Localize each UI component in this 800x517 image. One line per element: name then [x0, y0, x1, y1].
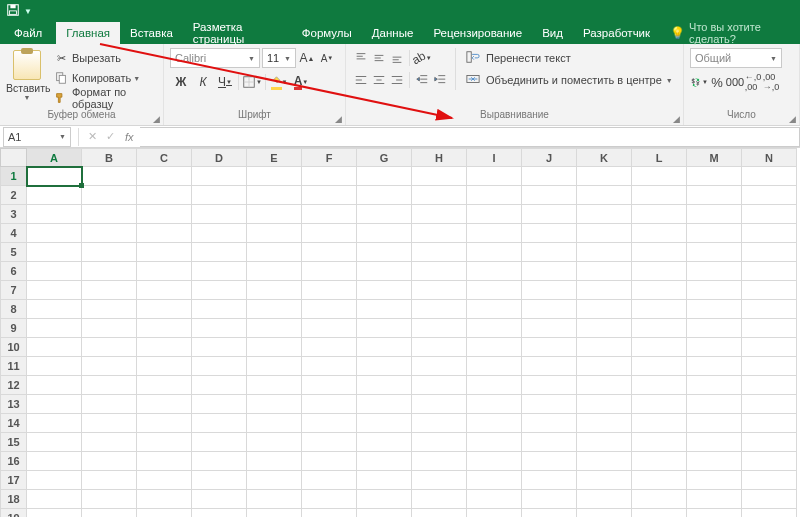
cell[interactable]	[412, 471, 467, 490]
row-header[interactable]: 1	[1, 167, 27, 186]
decrease-decimal-button[interactable]: ,00→,0	[762, 72, 780, 92]
cell[interactable]	[357, 414, 412, 433]
cell[interactable]	[137, 357, 192, 376]
cell[interactable]	[742, 224, 797, 243]
column-header[interactable]: M	[687, 149, 742, 167]
cell[interactable]	[27, 471, 82, 490]
row-header[interactable]: 13	[1, 395, 27, 414]
increase-decimal-button[interactable]: ←,0,00	[744, 72, 762, 92]
cell[interactable]	[412, 509, 467, 518]
cell[interactable]	[577, 167, 632, 186]
cell[interactable]	[522, 376, 577, 395]
cell[interactable]	[687, 509, 742, 518]
cell[interactable]	[302, 395, 357, 414]
align-center-button[interactable]	[370, 70, 388, 90]
cell[interactable]	[357, 395, 412, 414]
cell[interactable]	[522, 452, 577, 471]
cell[interactable]	[27, 509, 82, 518]
cell[interactable]	[302, 243, 357, 262]
cell[interactable]	[632, 243, 687, 262]
cell[interactable]	[687, 338, 742, 357]
cell[interactable]	[687, 243, 742, 262]
cell[interactable]	[137, 300, 192, 319]
column-header[interactable]: J	[522, 149, 577, 167]
cell[interactable]	[522, 509, 577, 518]
cell[interactable]	[192, 319, 247, 338]
cell[interactable]	[522, 338, 577, 357]
cell[interactable]	[247, 490, 302, 509]
percent-button[interactable]: %	[708, 72, 726, 92]
cell[interactable]	[302, 509, 357, 518]
cell[interactable]	[577, 471, 632, 490]
cell[interactable]	[137, 471, 192, 490]
cell[interactable]	[82, 509, 137, 518]
cell[interactable]	[742, 452, 797, 471]
cell[interactable]	[82, 224, 137, 243]
cell[interactable]	[357, 376, 412, 395]
comma-style-button[interactable]: 000	[726, 72, 744, 92]
cell[interactable]	[247, 357, 302, 376]
cell[interactable]	[577, 395, 632, 414]
cell[interactable]	[467, 262, 522, 281]
dialog-launcher-icon[interactable]: ◢	[153, 114, 160, 124]
column-header[interactable]: H	[412, 149, 467, 167]
tab-data[interactable]: Данные	[362, 22, 424, 44]
cell[interactable]	[137, 262, 192, 281]
cell[interactable]	[522, 433, 577, 452]
accounting-format-button[interactable]: 💱▼	[690, 72, 708, 92]
cell[interactable]	[522, 319, 577, 338]
cell[interactable]	[687, 319, 742, 338]
cell[interactable]	[192, 509, 247, 518]
paste-button[interactable]: Вставить ▼	[6, 48, 48, 101]
cell[interactable]	[632, 281, 687, 300]
cell[interactable]	[302, 167, 357, 186]
cell[interactable]	[137, 395, 192, 414]
cell[interactable]	[632, 167, 687, 186]
cell[interactable]	[522, 167, 577, 186]
cell[interactable]	[137, 205, 192, 224]
cell[interactable]	[27, 452, 82, 471]
cell[interactable]	[742, 186, 797, 205]
cell[interactable]	[742, 243, 797, 262]
cell[interactable]	[302, 281, 357, 300]
cell[interactable]	[357, 262, 412, 281]
underline-button[interactable]: Ч▼	[214, 72, 236, 92]
cell[interactable]	[412, 224, 467, 243]
cell[interactable]	[412, 205, 467, 224]
cell[interactable]	[137, 281, 192, 300]
cancel-formula-button[interactable]: ✕	[83, 130, 101, 143]
cell[interactable]	[412, 338, 467, 357]
cell[interactable]	[687, 490, 742, 509]
cell[interactable]	[82, 300, 137, 319]
cell[interactable]	[27, 357, 82, 376]
decrease-indent-button[interactable]	[413, 70, 431, 90]
cell[interactable]	[302, 357, 357, 376]
cell[interactable]	[247, 338, 302, 357]
cell[interactable]	[82, 395, 137, 414]
cell[interactable]	[27, 167, 82, 186]
row-header[interactable]: 5	[1, 243, 27, 262]
cell[interactable]	[82, 205, 137, 224]
cell[interactable]	[412, 357, 467, 376]
cell[interactable]	[522, 281, 577, 300]
cell[interactable]	[247, 281, 302, 300]
cell[interactable]	[137, 490, 192, 509]
cell[interactable]	[632, 376, 687, 395]
cell[interactable]	[577, 338, 632, 357]
cell[interactable]	[247, 452, 302, 471]
cell[interactable]	[467, 376, 522, 395]
cell[interactable]	[577, 509, 632, 518]
cell[interactable]	[357, 471, 412, 490]
row-header[interactable]: 8	[1, 300, 27, 319]
cell[interactable]	[247, 205, 302, 224]
number-format-combo[interactable]: Общий ▼	[690, 48, 782, 68]
cell[interactable]	[687, 357, 742, 376]
column-header[interactable]: I	[467, 149, 522, 167]
cell[interactable]	[687, 262, 742, 281]
cell[interactable]	[192, 167, 247, 186]
cell[interactable]	[687, 224, 742, 243]
cell[interactable]	[687, 300, 742, 319]
cell[interactable]	[137, 224, 192, 243]
cell[interactable]	[27, 300, 82, 319]
cell[interactable]	[742, 471, 797, 490]
